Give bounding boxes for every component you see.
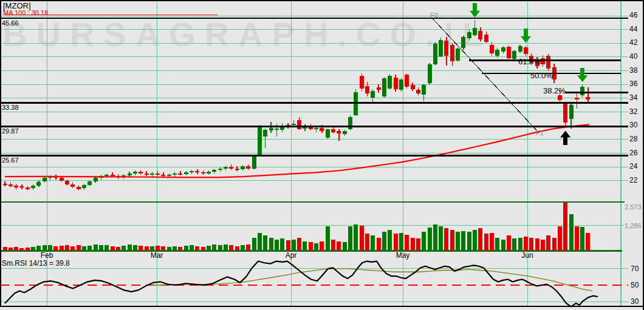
rsi-tick-70: 70 [631, 265, 639, 273]
rsi-tick-30: 30 [631, 297, 639, 306]
month-label: Mar [151, 251, 163, 260]
price-axis-label: 26 [629, 149, 637, 157]
rsi-indicator-label: Sm.RSI 14/13 = 39.8 [2, 259, 70, 268]
chart-canvas [0, 0, 644, 310]
fib-anchor-f0: F0 [430, 12, 438, 19]
price-axis-label: 44 [629, 25, 637, 33]
price-line-label-2567: 25.67 [2, 157, 19, 164]
price-axis-label: 46 [629, 11, 637, 19]
price-axis-label: 36 [629, 79, 637, 88]
chart-window: BURSAGRAPH.CO.IL [MZOR] MA 100 : 30.18 4… [0, 0, 644, 310]
price-axis-label: 30 [629, 121, 637, 129]
price-axis-label: 24 [629, 162, 637, 170]
month-label: May [396, 251, 410, 260]
month-label: Feb [41, 251, 53, 260]
fib-label-382: 38.2% [543, 86, 566, 95]
price-axis-label: 38 [629, 66, 637, 75]
price-axis-label: 34 [629, 93, 637, 102]
fib-label-618: 61.8% [518, 57, 541, 66]
volume-axis-max-label: 2,573 [625, 203, 642, 211]
price-axis-label: 22 [629, 176, 637, 184]
month-label: Jun [521, 251, 533, 260]
ma-indicator-label: MA 100 : 30.18 [3, 9, 48, 16]
price-axis-label: 28 [629, 135, 637, 143]
volume-axis-mid-label: 1,286 [625, 222, 642, 229]
month-label: Apr [286, 251, 297, 260]
price-line-label-3338: 33.38 [2, 104, 19, 111]
rsi-tick-50: 50 [631, 281, 639, 289]
price-axis-label: 42 [629, 38, 637, 47]
price-line-label-4566: 45.66 [2, 19, 19, 27]
price-axis-label: 40 [629, 52, 637, 61]
chart-plot-area[interactable] [0, 0, 621, 306]
price-axis-label: 32 [629, 107, 637, 116]
fib-label-500: 50.0% [530, 71, 553, 80]
fib-anchor-f1: F1 [536, 129, 544, 136]
price-line-label-2987: 29.87 [2, 127, 19, 135]
